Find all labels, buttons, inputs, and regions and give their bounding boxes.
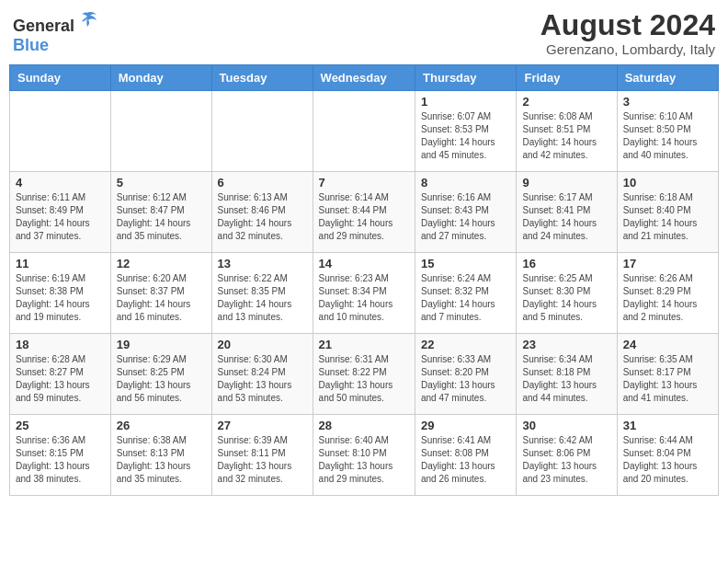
calendar-cell: 25Sunrise: 6:36 AM Sunset: 8:15 PM Dayli… <box>10 415 111 496</box>
calendar-cell <box>211 91 313 172</box>
calendar-cell: 18Sunrise: 6:28 AM Sunset: 8:27 PM Dayli… <box>10 334 111 415</box>
day-info: Sunrise: 6:36 AM Sunset: 8:15 PM Dayligh… <box>16 434 105 486</box>
logo-bird-icon <box>76 9 98 31</box>
weekday-header-wednesday: Wednesday <box>313 65 415 91</box>
day-info: Sunrise: 6:38 AM Sunset: 8:13 PM Dayligh… <box>117 434 206 486</box>
day-number: 1 <box>421 95 510 109</box>
title-section: August 2024 Gerenzano, Lombardy, Italy <box>540 9 715 57</box>
day-number: 29 <box>421 419 510 432</box>
calendar-cell <box>10 91 111 172</box>
logo: General Blue <box>13 9 98 55</box>
calendar-cell: 17Sunrise: 6:26 AM Sunset: 8:29 PM Dayli… <box>617 253 718 334</box>
day-number: 25 <box>16 419 105 432</box>
day-info: Sunrise: 6:29 AM Sunset: 8:25 PM Dayligh… <box>117 353 206 405</box>
day-number: 24 <box>623 338 712 351</box>
calendar-cell: 22Sunrise: 6:33 AM Sunset: 8:20 PM Dayli… <box>415 334 517 415</box>
day-info: Sunrise: 6:18 AM Sunset: 8:40 PM Dayligh… <box>623 191 712 243</box>
calendar-cell: 12Sunrise: 6:20 AM Sunset: 8:37 PM Dayli… <box>110 253 211 334</box>
day-number: 15 <box>421 257 510 270</box>
calendar-week-4: 18Sunrise: 6:28 AM Sunset: 8:27 PM Dayli… <box>10 334 719 415</box>
calendar-cell: 7Sunrise: 6:14 AM Sunset: 8:44 PM Daylig… <box>313 172 415 253</box>
day-info: Sunrise: 6:28 AM Sunset: 8:27 PM Dayligh… <box>16 353 105 405</box>
calendar-cell: 15Sunrise: 6:24 AM Sunset: 8:32 PM Dayli… <box>415 253 517 334</box>
day-number: 18 <box>16 338 105 351</box>
day-number: 6 <box>218 176 307 190</box>
calendar-cell: 16Sunrise: 6:25 AM Sunset: 8:30 PM Dayli… <box>517 253 617 334</box>
location-subtitle: Gerenzano, Lombardy, Italy <box>540 41 715 57</box>
day-number: 26 <box>117 419 206 432</box>
day-info: Sunrise: 6:10 AM Sunset: 8:50 PM Dayligh… <box>623 110 712 162</box>
day-info: Sunrise: 6:16 AM Sunset: 8:43 PM Dayligh… <box>421 191 510 243</box>
day-info: Sunrise: 6:07 AM Sunset: 8:53 PM Dayligh… <box>421 110 510 162</box>
day-info: Sunrise: 6:42 AM Sunset: 8:06 PM Dayligh… <box>522 434 610 486</box>
calendar-cell: 24Sunrise: 6:35 AM Sunset: 8:17 PM Dayli… <box>617 334 718 415</box>
calendar-cell: 13Sunrise: 6:22 AM Sunset: 8:35 PM Dayli… <box>211 253 313 334</box>
weekday-header-saturday: Saturday <box>617 65 718 91</box>
page-header: General Blue August 2024 Gerenzano, Lomb… <box>9 9 719 57</box>
calendar-cell: 11Sunrise: 6:19 AM Sunset: 8:38 PM Dayli… <box>10 253 111 334</box>
day-info: Sunrise: 6:35 AM Sunset: 8:17 PM Dayligh… <box>623 353 712 405</box>
day-number: 10 <box>623 176 712 190</box>
day-number: 7 <box>319 176 409 190</box>
calendar-cell: 8Sunrise: 6:16 AM Sunset: 8:43 PM Daylig… <box>415 172 517 253</box>
calendar-cell: 6Sunrise: 6:13 AM Sunset: 8:46 PM Daylig… <box>211 172 313 253</box>
day-number: 2 <box>522 95 610 109</box>
day-number: 22 <box>421 338 510 351</box>
calendar-week-1: 1Sunrise: 6:07 AM Sunset: 8:53 PM Daylig… <box>10 91 719 172</box>
day-info: Sunrise: 6:41 AM Sunset: 8:08 PM Dayligh… <box>421 434 510 486</box>
day-number: 28 <box>319 419 409 432</box>
day-info: Sunrise: 6:08 AM Sunset: 8:51 PM Dayligh… <box>522 110 610 162</box>
weekday-header-monday: Monday <box>110 65 211 91</box>
weekday-header-sunday: Sunday <box>10 65 111 91</box>
calendar-cell: 5Sunrise: 6:12 AM Sunset: 8:47 PM Daylig… <box>110 172 211 253</box>
calendar-cell <box>110 91 211 172</box>
day-number: 11 <box>16 257 105 270</box>
day-info: Sunrise: 6:40 AM Sunset: 8:10 PM Dayligh… <box>319 434 409 486</box>
day-number: 9 <box>522 176 610 190</box>
calendar-table: SundayMondayTuesdayWednesdayThursdayFrid… <box>9 64 719 496</box>
day-number: 20 <box>218 338 307 351</box>
calendar-week-3: 11Sunrise: 6:19 AM Sunset: 8:38 PM Dayli… <box>10 253 719 334</box>
calendar-cell: 29Sunrise: 6:41 AM Sunset: 8:08 PM Dayli… <box>415 415 517 496</box>
calendar-cell: 14Sunrise: 6:23 AM Sunset: 8:34 PM Dayli… <box>313 253 415 334</box>
day-info: Sunrise: 6:30 AM Sunset: 8:24 PM Dayligh… <box>218 353 307 405</box>
day-number: 4 <box>16 176 105 190</box>
day-info: Sunrise: 6:11 AM Sunset: 8:49 PM Dayligh… <box>16 191 105 243</box>
calendar-cell: 20Sunrise: 6:30 AM Sunset: 8:24 PM Dayli… <box>211 334 313 415</box>
calendar-cell: 30Sunrise: 6:42 AM Sunset: 8:06 PM Dayli… <box>517 415 617 496</box>
day-number: 16 <box>522 257 610 270</box>
day-number: 14 <box>319 257 409 270</box>
day-number: 5 <box>117 176 206 190</box>
day-info: Sunrise: 6:22 AM Sunset: 8:35 PM Dayligh… <box>218 272 307 324</box>
weekday-header-thursday: Thursday <box>415 65 517 91</box>
day-info: Sunrise: 6:39 AM Sunset: 8:11 PM Dayligh… <box>218 434 307 486</box>
weekday-header-friday: Friday <box>517 65 617 91</box>
logo-blue: Blue <box>13 36 49 54</box>
calendar-week-2: 4Sunrise: 6:11 AM Sunset: 8:49 PM Daylig… <box>10 172 719 253</box>
calendar-cell: 27Sunrise: 6:39 AM Sunset: 8:11 PM Dayli… <box>211 415 313 496</box>
day-number: 19 <box>117 338 206 351</box>
calendar-cell: 4Sunrise: 6:11 AM Sunset: 8:49 PM Daylig… <box>10 172 111 253</box>
day-info: Sunrise: 6:25 AM Sunset: 8:30 PM Dayligh… <box>522 272 610 324</box>
day-number: 30 <box>522 419 610 432</box>
calendar-week-5: 25Sunrise: 6:36 AM Sunset: 8:15 PM Dayli… <box>10 415 719 496</box>
day-info: Sunrise: 6:24 AM Sunset: 8:32 PM Dayligh… <box>421 272 510 324</box>
day-info: Sunrise: 6:17 AM Sunset: 8:41 PM Dayligh… <box>522 191 610 243</box>
day-info: Sunrise: 6:26 AM Sunset: 8:29 PM Dayligh… <box>623 272 712 324</box>
weekday-header-tuesday: Tuesday <box>211 65 313 91</box>
day-info: Sunrise: 6:34 AM Sunset: 8:18 PM Dayligh… <box>522 353 610 405</box>
calendar-cell: 21Sunrise: 6:31 AM Sunset: 8:22 PM Dayli… <box>313 334 415 415</box>
day-info: Sunrise: 6:31 AM Sunset: 8:22 PM Dayligh… <box>319 353 409 405</box>
day-info: Sunrise: 6:23 AM Sunset: 8:34 PM Dayligh… <box>319 272 409 324</box>
calendar-cell: 10Sunrise: 6:18 AM Sunset: 8:40 PM Dayli… <box>617 172 718 253</box>
day-info: Sunrise: 6:20 AM Sunset: 8:37 PM Dayligh… <box>117 272 206 324</box>
calendar-cell: 31Sunrise: 6:44 AM Sunset: 8:04 PM Dayli… <box>617 415 718 496</box>
calendar-cell: 1Sunrise: 6:07 AM Sunset: 8:53 PM Daylig… <box>415 91 517 172</box>
day-number: 21 <box>319 338 409 351</box>
day-info: Sunrise: 6:12 AM Sunset: 8:47 PM Dayligh… <box>117 191 206 243</box>
day-info: Sunrise: 6:13 AM Sunset: 8:46 PM Dayligh… <box>218 191 307 243</box>
calendar-cell: 9Sunrise: 6:17 AM Sunset: 8:41 PM Daylig… <box>517 172 617 253</box>
day-number: 13 <box>218 257 307 270</box>
day-number: 12 <box>117 257 206 270</box>
day-info: Sunrise: 6:33 AM Sunset: 8:20 PM Dayligh… <box>421 353 510 405</box>
